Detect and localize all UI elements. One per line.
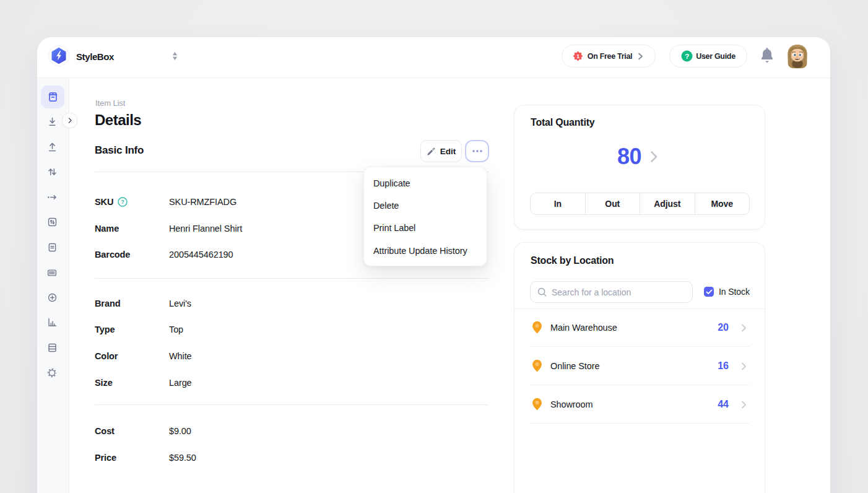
svg-text:?: ?: [121, 199, 124, 205]
svg-text:?: ?: [685, 53, 689, 60]
svg-text:1: 1: [576, 53, 579, 59]
